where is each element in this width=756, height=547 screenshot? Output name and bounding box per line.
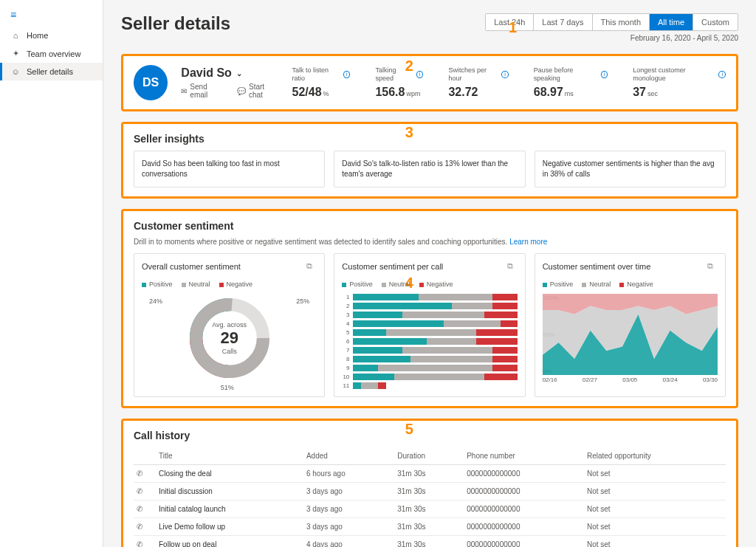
per-call-bar-row[interactable]: 10 — [342, 374, 517, 380]
kpi-value: 68.97 — [534, 86, 563, 98]
expand-icon[interactable]: ⧉ — [507, 261, 518, 272]
kpi-value: 52/48 — [292, 86, 322, 98]
sidebar-item-home[interactable]: ⌂ Home — [0, 27, 103, 44]
per-call-bar-row[interactable]: 4 — [342, 320, 517, 327]
table-header[interactable]: Related opportunity — [584, 447, 726, 465]
sidebar-item-label: Home — [27, 31, 48, 40]
kpi-label: Talk to listen ratio i — [292, 66, 351, 83]
main-content: Seller details 1 Last 24h Last 7 days Th… — [103, 0, 756, 547]
insight-card[interactable]: David So has been talking too fast in mo… — [134, 151, 325, 188]
hamburger-icon[interactable]: ≡ — [0, 6, 103, 27]
insight-card[interactable]: David So's talk-to-listen ratio is 13% l… — [334, 151, 525, 188]
info-icon[interactable]: i — [343, 71, 351, 78]
legend-negative: Negative — [419, 281, 453, 288]
info-icon[interactable]: i — [416, 71, 424, 78]
expand-icon[interactable]: ⧉ — [306, 261, 317, 272]
per-call-bar-row[interactable]: 2 — [342, 303, 517, 309]
send-email-button[interactable]: ✉ Send email — [181, 83, 225, 99]
per-call-bar-row[interactable]: 5 — [342, 329, 517, 336]
phone-icon: ✆ — [137, 540, 142, 547]
kpi-value: 156.8 — [375, 86, 405, 98]
legend-negative: Negative — [619, 281, 653, 288]
per-call-bar-row[interactable]: 1 — [342, 294, 517, 300]
expand-icon[interactable]: ⧉ — [707, 261, 718, 272]
info-icon[interactable]: i — [601, 71, 608, 78]
kpi-label: Switches per hour i — [448, 66, 508, 83]
annotation-3: 3 — [405, 124, 413, 141]
time-btn-alltime[interactable]: All time — [650, 14, 693, 30]
page-title: Seller details — [121, 13, 230, 34]
call-phone: 0000000000000 — [464, 500, 584, 518]
info-icon[interactable]: i — [501, 71, 509, 78]
time-btn-24h[interactable]: Last 24h — [486, 14, 534, 30]
per-call-bar-row[interactable]: 9 — [342, 365, 517, 371]
sidebar: ≡ ⌂ Home ✦ Team overview ☺ Seller detail… — [0, 0, 103, 547]
table-row[interactable]: ✆ Follow up on deal 4 days ago 31m 30s 0… — [134, 536, 726, 548]
table-header[interactable]: Phone number — [464, 447, 584, 465]
insights-card: 3 Seller insights David So has been talk… — [121, 122, 738, 199]
call-phone: 0000000000000 — [464, 483, 584, 500]
date-range: February 16, 2020 - April 5, 2020 — [630, 34, 738, 42]
table-header[interactable]: Added — [303, 447, 394, 465]
kpi: Switches per hour i 32.72 — [448, 66, 508, 99]
call-phone: 0000000000000 — [464, 536, 584, 548]
donut-pct-neu: 51% — [221, 384, 234, 391]
time-btn-custom[interactable]: Custom — [693, 14, 738, 30]
overall-sentiment-panel: Overall customer sentiment ⧉ Positive Ne… — [134, 253, 325, 397]
seller-name[interactable]: David So ⌄ — [181, 66, 278, 80]
kpi-label: Pause before speaking i — [534, 66, 608, 83]
donut-center-val: 29 — [220, 328, 238, 348]
table-header[interactable]: Duration — [394, 447, 464, 465]
phone-icon: ✆ — [137, 505, 142, 513]
table-row[interactable]: ✆ Live Demo follow up 3 days ago 31m 30s… — [134, 518, 726, 536]
table-row[interactable]: ✆ Initial catalog launch 3 days ago 31m … — [134, 500, 726, 518]
over-time-xaxis: 02/1602/2703/0503/2403/30 — [543, 376, 718, 383]
call-added: 4 days ago — [303, 536, 394, 548]
table-row[interactable]: ✆ Closing the deal 6 hours ago 31m 30s 0… — [134, 465, 726, 483]
kpi-value: 32.72 — [448, 86, 478, 98]
kpi-unit: ms — [565, 90, 574, 97]
kpi-label: Longest customer monologue i — [633, 66, 726, 83]
call-added: 6 hours ago — [303, 465, 394, 483]
sentiment-subtitle: Drill in to moments where positive or ne… — [134, 238, 726, 246]
call-phone: 0000000000000 — [464, 465, 584, 483]
per-call-bar-row[interactable]: 3 — [342, 312, 517, 318]
kpi-value: 37 — [633, 86, 646, 98]
per-call-bar-row[interactable]: 6 — [342, 338, 517, 345]
call-opportunity: Not set — [584, 518, 726, 536]
table-header[interactable]: Title — [156, 447, 303, 465]
chat-icon: 💬 — [237, 87, 246, 95]
info-icon[interactable]: i — [718, 71, 726, 78]
time-filter-wrap: Last 24h Last 7 days This month All time… — [485, 13, 738, 42]
time-btn-month[interactable]: This month — [593, 14, 650, 30]
legend-neutral: Neutral — [382, 281, 410, 288]
table-row[interactable]: ✆ Initial discussion 3 days ago 31m 30s … — [134, 483, 726, 500]
per-call-bar-row[interactable]: 7 — [342, 347, 517, 354]
sentiment-title: Customer sentiment — [134, 220, 726, 232]
sidebar-item-team-overview[interactable]: ✦ Team overview — [0, 44, 103, 63]
call-opportunity: Not set — [584, 536, 726, 548]
call-title: Initial discussion — [156, 483, 303, 500]
legend-neutral: Neutral — [182, 281, 210, 288]
per-call-bar-row[interactable]: 8 — [342, 356, 517, 362]
kpi: Pause before speaking i 68.97ms — [534, 66, 608, 99]
sidebar-item-seller-details[interactable]: ☺ Seller details — [0, 63, 103, 80]
call-history-title: Call history — [134, 430, 726, 441]
sidebar-item-label: Seller details — [27, 67, 73, 76]
call-title: Closing the deal — [156, 465, 303, 483]
start-chat-label: Start chat — [249, 83, 279, 99]
seller-card: 2 DS David So ⌄ ✉ Send email 💬 — [121, 54, 738, 111]
time-btn-7d[interactable]: Last 7 days — [534, 14, 592, 30]
insight-card[interactable]: Negative customer sentiments is higher t… — [535, 151, 726, 188]
send-email-label: Send email — [190, 83, 225, 99]
start-chat-button[interactable]: 💬 Start chat — [237, 83, 279, 99]
over-time-title: Customer sentiment over time — [543, 262, 651, 271]
kpi: Talking speed i 156.8wpm — [375, 66, 423, 99]
donut-pct-neg: 24% — [149, 297, 162, 305]
phone-icon: ✆ — [137, 487, 142, 495]
donut-center-top: Avg. across — [212, 321, 247, 328]
overall-sentiment-title: Overall customer sentiment — [142, 262, 241, 271]
avatar: DS — [134, 65, 168, 100]
per-call-bar-row[interactable]: 11 — [342, 382, 517, 389]
learn-more-link[interactable]: Learn more — [509, 238, 547, 246]
